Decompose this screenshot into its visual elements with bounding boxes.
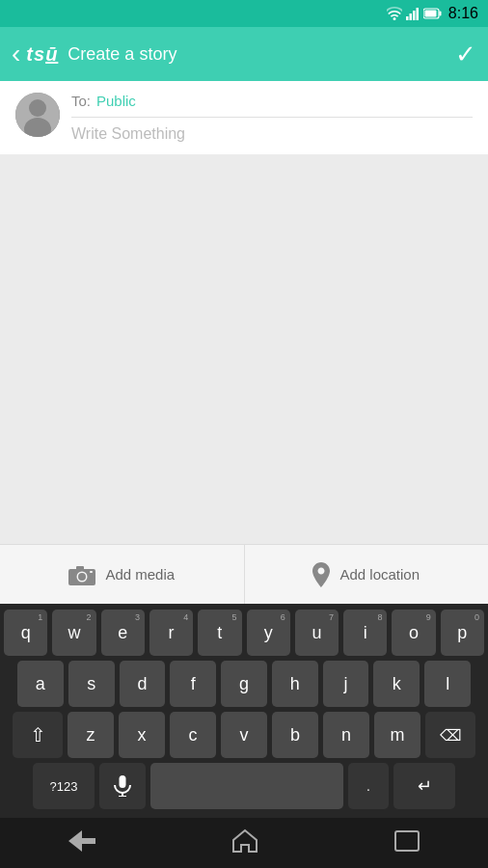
svg-point-12: [78, 573, 86, 581]
key-e[interactable]: 3e: [101, 610, 145, 656]
location-icon: [312, 562, 330, 587]
keyboard-row-4: ?123 . ↵: [4, 763, 484, 809]
avatar-silhouette: [15, 93, 60, 137]
key-k[interactable]: k: [373, 661, 420, 707]
svg-point-8: [29, 99, 46, 117]
mic-icon: [114, 775, 131, 797]
key-enter[interactable]: ↵: [393, 763, 455, 809]
key-i[interactable]: 8i: [343, 610, 387, 656]
to-value[interactable]: Public: [96, 93, 136, 109]
key-b[interactable]: b: [272, 712, 318, 758]
write-input-container[interactable]: Write Something: [71, 117, 473, 143]
key-g[interactable]: g: [221, 661, 267, 707]
write-placeholder: Write Something: [71, 125, 185, 142]
key-z[interactable]: z: [68, 712, 114, 758]
key-n[interactable]: n: [323, 712, 369, 758]
key-f[interactable]: f: [170, 661, 216, 707]
key-a[interactable]: a: [17, 661, 64, 707]
compose-box: To: Public Write Something: [0, 81, 488, 154]
keyboard-row-2: a s d f g h j k l: [4, 661, 484, 707]
key-d[interactable]: d: [120, 661, 166, 707]
add-location-button[interactable]: Add location: [245, 545, 489, 604]
to-label: To:: [71, 93, 91, 109]
battery-icon: [423, 8, 443, 19]
status-time: 8:16: [448, 5, 478, 22]
app-logo: tsū: [26, 43, 58, 66]
key-symbols[interactable]: ?123: [33, 763, 95, 809]
add-location-label: Add location: [339, 566, 420, 583]
nav-recent-icon: [394, 830, 420, 852]
avatar-image: [15, 93, 60, 137]
key-l[interactable]: l: [424, 661, 471, 707]
svg-rect-20: [395, 831, 419, 851]
key-c[interactable]: c: [170, 712, 216, 758]
key-j[interactable]: j: [323, 661, 369, 707]
keyboard-row-3: ⇧ z x c v b n m ⌫: [4, 712, 484, 758]
svg-rect-1: [409, 14, 412, 20]
key-t[interactable]: 5t: [198, 610, 241, 656]
status-bar: 8:16: [0, 0, 488, 27]
toolbar: ‹ tsū Create a story ✓: [0, 27, 488, 81]
key-y[interactable]: 6y: [247, 610, 290, 656]
key-w[interactable]: 2w: [52, 610, 95, 656]
svg-marker-18: [68, 830, 95, 852]
svg-rect-3: [416, 8, 419, 20]
key-h[interactable]: h: [272, 661, 318, 707]
key-p[interactable]: 0p: [441, 610, 484, 656]
key-period[interactable]: .: [348, 763, 389, 809]
key-s[interactable]: s: [68, 661, 115, 707]
toolbar-title: Create a story: [68, 44, 455, 65]
keyboard-row-1: 1q 2w 3e 4r 5t 6y 7u 8i 9o 0p: [4, 610, 484, 656]
add-media-label: Add media: [105, 566, 175, 583]
key-x[interactable]: x: [119, 712, 165, 758]
nav-back-button[interactable]: [68, 830, 95, 855]
nav-home-icon: [232, 828, 258, 854]
status-icons: [387, 7, 443, 20]
nav-home-button[interactable]: [232, 828, 258, 857]
svg-rect-5: [439, 12, 441, 16]
check-icon[interactable]: ✓: [455, 40, 476, 69]
svg-rect-2: [413, 11, 416, 20]
to-line: To: Public: [71, 93, 473, 109]
svg-rect-15: [120, 775, 126, 788]
key-m[interactable]: m: [374, 712, 420, 758]
action-bar: Add media Add location: [0, 544, 488, 604]
avatar: [15, 93, 60, 137]
key-r[interactable]: 4r: [149, 610, 193, 656]
key-o[interactable]: 9o: [392, 610, 435, 656]
signal-icon: [406, 7, 420, 20]
key-space[interactable]: [150, 763, 343, 809]
svg-marker-19: [233, 830, 257, 852]
content-area: To: Public Write Something Add media: [0, 81, 488, 604]
compose-right: To: Public Write Something: [71, 93, 473, 143]
key-v[interactable]: v: [221, 712, 267, 758]
nav-back-icon: [68, 830, 95, 852]
camera-icon: [68, 564, 95, 585]
add-media-button[interactable]: Add media: [0, 545, 245, 604]
svg-rect-14: [90, 571, 93, 573]
key-shift[interactable]: ⇧: [13, 712, 63, 758]
key-q[interactable]: 1q: [4, 610, 47, 656]
bottom-nav: [0, 818, 488, 868]
wifi-icon: [387, 7, 402, 20]
svg-rect-0: [406, 16, 409, 20]
keyboard: 1q 2w 3e 4r 5t 6y 7u 8i 9o 0p a s d f g …: [0, 604, 488, 818]
key-u[interactable]: 7u: [295, 610, 339, 656]
svg-rect-6: [424, 11, 436, 17]
svg-rect-13: [76, 566, 84, 570]
key-mic[interactable]: [99, 763, 146, 809]
key-backspace[interactable]: ⌫: [425, 712, 475, 758]
nav-recent-button[interactable]: [394, 830, 420, 855]
middle-space: [0, 154, 488, 544]
back-icon[interactable]: ‹: [12, 39, 20, 69]
